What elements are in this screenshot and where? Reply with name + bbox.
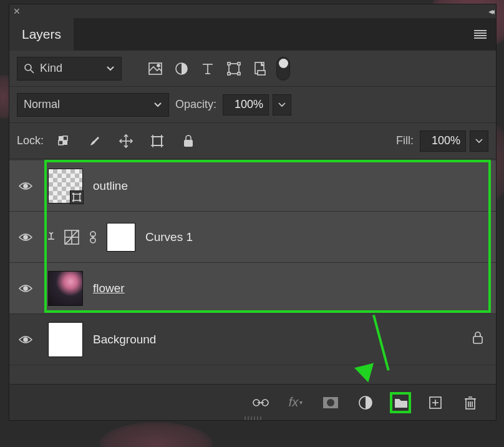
svg-rect-21 — [153, 137, 162, 145]
new-group-button[interactable] — [390, 392, 411, 413]
eye-icon — [18, 232, 33, 242]
svg-rect-30 — [79, 193, 81, 195]
filter-kind-dropdown[interactable]: Kind — [17, 57, 122, 81]
layer-row-outline[interactable]: outline — [9, 160, 496, 212]
svg-rect-26 — [184, 140, 193, 147]
svg-rect-18 — [63, 140, 67, 145]
layer-row-background[interactable]: Background — [9, 314, 496, 365]
svg-point-27 — [24, 184, 27, 188]
lock-icon[interactable] — [472, 332, 483, 347]
new-adjustment-layer-button[interactable] — [355, 392, 376, 413]
opacity-value: 100% — [235, 98, 263, 111]
layer-thumbnail[interactable] — [48, 169, 83, 204]
opacity-input[interactable]: 100% — [223, 94, 269, 115]
layer-mask-thumbnail[interactable] — [107, 223, 135, 252]
svg-rect-29 — [72, 193, 74, 195]
layer-thumbnail[interactable] — [48, 322, 83, 357]
shape-badge-icon — [70, 190, 84, 204]
svg-point-3 — [157, 64, 160, 67]
eye-icon — [18, 335, 33, 345]
layers-panel: ✕ ◂◂ Layers Kind — [9, 4, 497, 421]
opacity-dropdown-button[interactable] — [273, 94, 291, 115]
filter-adjustment-layer-icon[interactable] — [172, 59, 191, 79]
svg-point-41 — [24, 338, 27, 341]
lock-brush-icon[interactable] — [85, 131, 105, 151]
search-icon — [24, 63, 35, 74]
lock-transparency-icon[interactable] — [54, 131, 74, 151]
svg-rect-16 — [63, 136, 67, 140]
lock-artboard-icon[interactable] — [147, 131, 167, 151]
lock-position-icon[interactable] — [116, 131, 136, 151]
adjustment-icon — [358, 395, 373, 410]
fill-dropdown-button[interactable] — [470, 130, 488, 152]
link-layers-button[interactable] — [250, 392, 271, 413]
resize-grip[interactable] — [237, 416, 268, 421]
layer-visibility-toggle[interactable] — [11, 283, 41, 293]
tab-layers[interactable]: Layers — [9, 18, 74, 51]
filter-image-layer-icon[interactable] — [145, 59, 165, 79]
layer-visibility-toggle[interactable] — [11, 181, 41, 191]
filter-toggle[interactable] — [276, 57, 290, 81]
svg-rect-42 — [473, 336, 482, 343]
folder-icon — [394, 396, 407, 409]
layer-row-curves[interactable]: Curves 1 — [9, 212, 496, 263]
svg-rect-28 — [74, 194, 80, 200]
panel-menu-button[interactable] — [465, 18, 496, 51]
close-icon[interactable]: ✕ — [13, 6, 21, 16]
lock-all-icon[interactable] — [178, 131, 198, 151]
toggle-dot-icon — [279, 59, 288, 68]
add-mask-button[interactable] — [320, 392, 341, 413]
fill-input[interactable]: 100% — [420, 130, 466, 152]
layer-name[interactable]: Background — [93, 333, 156, 346]
chevron-down-icon — [106, 62, 115, 75]
svg-rect-12 — [238, 72, 240, 75]
chevron-down-icon — [153, 98, 162, 111]
svg-point-33 — [24, 235, 27, 239]
layers-footer: fx▾ — [9, 384, 496, 420]
svg-rect-9 — [228, 62, 230, 65]
svg-rect-14 — [258, 71, 265, 75]
lock-label: Lock: — [17, 134, 44, 147]
hamburger-icon — [474, 30, 487, 39]
svg-rect-10 — [238, 62, 240, 65]
layer-effects-button[interactable]: fx▾ — [285, 392, 306, 413]
svg-rect-31 — [72, 200, 74, 202]
blend-mode-value: Normal — [24, 98, 60, 111]
svg-point-40 — [24, 287, 27, 290]
svg-rect-11 — [228, 72, 230, 75]
mask-icon — [322, 396, 339, 409]
clipping-indicator-icon — [47, 232, 56, 243]
layer-visibility-toggle[interactable] — [11, 335, 41, 345]
layer-thumbnail[interactable] — [48, 271, 83, 306]
filter-shape-layer-icon[interactable] — [224, 59, 244, 79]
layer-name[interactable]: Curves 1 — [145, 230, 193, 244]
fill-value: 100% — [432, 134, 460, 147]
layers-list: outline Curves 1 flower — [9, 159, 496, 384]
annotation-arrow-head — [354, 363, 378, 385]
layer-visibility-toggle[interactable] — [11, 232, 41, 242]
blend-mode-dropdown[interactable]: Normal — [17, 93, 169, 117]
panel-tabstrip: Layers — [9, 18, 496, 51]
link-icon — [253, 398, 269, 408]
filter-type-layer-icon[interactable] — [198, 59, 218, 79]
layer-name[interactable]: flower — [93, 282, 125, 295]
new-layer-icon — [429, 396, 442, 410]
mask-link-icon[interactable] — [88, 230, 98, 244]
eye-icon — [18, 181, 33, 191]
curves-adjustment-icon[interactable] — [64, 230, 79, 245]
trash-icon — [464, 396, 477, 410]
layer-row-flower[interactable]: flower — [9, 263, 496, 314]
chevron-down-icon — [475, 138, 483, 144]
fill-label[interactable]: Fill: — [396, 134, 414, 147]
tab-label: Layers — [22, 27, 61, 42]
new-layer-button[interactable] — [425, 392, 446, 413]
chevron-down-icon — [278, 102, 286, 108]
svg-rect-15 — [59, 136, 63, 140]
delete-layer-button[interactable] — [460, 392, 481, 413]
opacity-label[interactable]: Opacity: — [175, 98, 216, 111]
collapse-panel-icon[interactable]: ◂◂ — [488, 6, 492, 16]
svg-rect-32 — [79, 200, 81, 202]
layer-name[interactable]: outline — [93, 179, 128, 193]
svg-point-0 — [25, 64, 31, 71]
filter-smart-object-icon[interactable] — [250, 59, 270, 79]
